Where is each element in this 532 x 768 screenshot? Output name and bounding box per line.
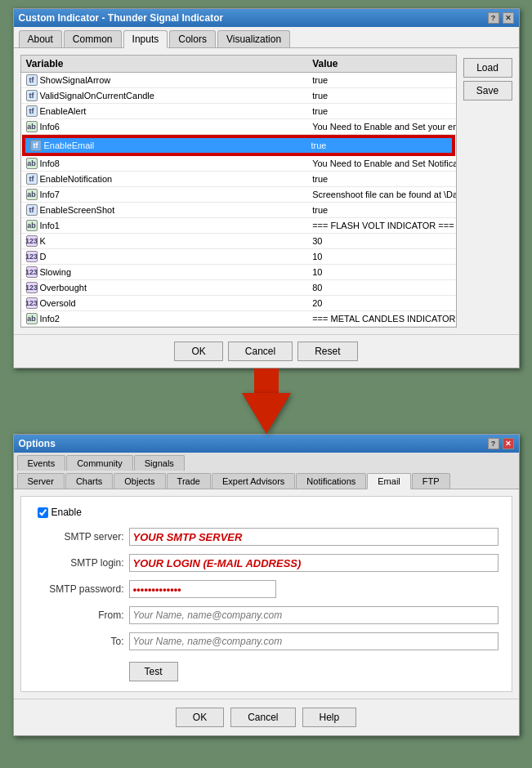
tab-ftp[interactable]: FTP — [412, 473, 450, 489]
bottom-tab-bar: Events Community Signals Server Charts O… — [14, 453, 519, 489]
top-window-content: Variable Value tf ShowSignalArrow true t… — [14, 48, 519, 334]
top-window-controls: ? ✕ — [488, 12, 514, 24]
top-title-bar: Custom Indicator - Thunder Signal Indica… — [14, 9, 519, 27]
enable-checkbox[interactable] — [38, 507, 48, 518]
tab-email[interactable]: Email — [367, 473, 411, 489]
bottom-title-bar: Options ? ✕ — [14, 435, 519, 453]
table-row[interactable]: ab Info1 === FLASH VOLT INDICATOR === — [21, 218, 456, 234]
table-row[interactable]: tf ShowSignalArrow true — [21, 73, 456, 88]
row-variable: tf EnableEmail — [25, 138, 306, 153]
row-variable: ab Info1 — [21, 218, 308, 233]
side-buttons: Load Save — [463, 55, 512, 328]
tab-row-1: Events Community Signals — [14, 453, 519, 471]
to-input[interactable] — [129, 632, 498, 650]
tab-charts[interactable]: Charts — [65, 473, 113, 489]
email-form: Enable SMTP server: SMTP login: SMTP pas… — [20, 496, 512, 692]
row-variable: tf ShowSignalArrow — [21, 73, 308, 87]
down-arrow — [242, 393, 291, 434]
row-value: true — [307, 203, 455, 217]
from-input[interactable] — [129, 606, 498, 624]
table-row[interactable]: tf EnableScreenShot true — [21, 203, 456, 218]
row-icon: 123 — [26, 251, 38, 262]
tab-trade[interactable]: Trade — [167, 473, 211, 489]
table-scroll-area[interactable]: tf ShowSignalArrow true tf ValidSignalOn… — [21, 73, 456, 327]
row-variable: tf EnableAlert — [21, 104, 308, 118]
row-value: You Need to Enable and Set your email fo… — [307, 119, 455, 134]
tab-expert-advisors[interactable]: Expert Advisors — [212, 473, 295, 489]
tab-community[interactable]: Community — [66, 455, 133, 471]
reset-button[interactable]: Reset — [297, 342, 357, 361]
table-row-selected[interactable]: tf EnableEmail true — [24, 136, 454, 154]
table-row[interactable]: tf EnableAlert true — [21, 104, 456, 119]
smtp-login-label: SMTP login: — [34, 557, 124, 569]
enable-label: Enable — [51, 507, 82, 518]
table-row[interactable]: 123 K 30 — [21, 234, 456, 249]
row-value: true — [306, 138, 452, 153]
smtp-password-input[interactable] — [129, 580, 276, 598]
cancel-button[interactable]: Cancel — [228, 342, 293, 361]
row-variable: 123 Overbought — [21, 280, 308, 295]
tab-objects[interactable]: Objects — [114, 473, 165, 489]
row-icon: ab — [26, 121, 38, 132]
col-variable: Variable — [21, 56, 308, 72]
table-row[interactable]: 123 Slowing 10 — [21, 265, 456, 280]
row-icon: 123 — [26, 282, 38, 293]
top-close-btn[interactable]: ✕ — [503, 12, 514, 24]
table-row[interactable]: 123 D 10 — [21, 249, 456, 265]
table-row[interactable]: ab Info8 You Need to Enable and Set Noti… — [21, 156, 456, 172]
table-row[interactable]: tf EnableNotification true — [21, 172, 456, 187]
bottom-close-btn[interactable]: ✕ — [503, 438, 514, 449]
row-variable: ab Info8 — [21, 156, 308, 171]
row-value: Screenshoot file can be found at \Data F… — [307, 187, 455, 202]
bottom-buttons: OK Cancel Help — [14, 699, 519, 735]
smtp-server-row: SMTP server: — [34, 528, 498, 546]
tab-about[interactable]: About — [19, 30, 62, 47]
row-value: 30 — [307, 234, 455, 248]
table-row[interactable]: ab Info7 Screenshoot file can be found a… — [21, 187, 456, 203]
smtp-password-row: SMTP password: — [34, 580, 498, 598]
ok-button-2[interactable]: OK — [176, 708, 224, 727]
table-row[interactable]: tf ValidSignalOnCurrentCandle true — [21, 88, 456, 104]
top-window: Custom Indicator - Thunder Signal Indica… — [13, 8, 520, 368]
tab-events[interactable]: Events — [17, 455, 66, 471]
row-icon: tf — [26, 74, 38, 86]
row-variable: 123 K — [21, 234, 308, 248]
tab-visualization[interactable]: Visualization — [217, 30, 290, 47]
row-icon: tf — [26, 105, 38, 117]
table-row[interactable]: ab Info2 === METAL CANDLES INDICATOR === — [21, 311, 456, 327]
cancel-button-2[interactable]: Cancel — [230, 708, 295, 727]
top-help-btn[interactable]: ? — [488, 12, 499, 24]
load-button[interactable]: Load — [463, 58, 512, 78]
row-value: === FLASH VOLT INDICATOR === — [307, 218, 455, 233]
tab-colors[interactable]: Colors — [169, 30, 216, 47]
row-icon: ab — [26, 313, 38, 324]
row-value: You Need to Enable and Set Notifications… — [307, 156, 455, 171]
row-icon: tf — [30, 140, 42, 151]
smtp-login-input[interactable] — [129, 554, 498, 572]
row-icon: 123 — [26, 235, 38, 247]
smtp-server-label: SMTP server: — [34, 531, 124, 543]
tab-signals[interactable]: Signals — [134, 455, 185, 471]
row-value: 20 — [307, 296, 455, 310]
row-value: true — [307, 172, 455, 186]
table-row[interactable]: 123 Oversold 20 — [21, 296, 456, 311]
inputs-table: Variable Value tf ShowSignalArrow true t… — [20, 55, 457, 328]
table-row[interactable]: 123 Overbought 80 — [21, 280, 456, 296]
row-value: true — [307, 88, 455, 103]
smtp-server-input[interactable] — [129, 528, 498, 546]
row-icon: ab — [26, 220, 38, 231]
save-button[interactable]: Save — [463, 81, 512, 100]
arrow-indicator — [242, 368, 291, 434]
tab-server[interactable]: Server — [17, 473, 65, 489]
top-window-title: Custom Indicator - Thunder Signal Indica… — [19, 12, 224, 24]
from-label: From: — [34, 609, 124, 621]
tab-common[interactable]: Common — [64, 30, 122, 47]
ok-button[interactable]: OK — [174, 342, 222, 361]
test-button[interactable]: Test — [129, 662, 178, 681]
tab-notifications[interactable]: Notifications — [296, 473, 366, 489]
bottom-help-btn[interactable]: ? — [488, 438, 499, 449]
help-button-2[interactable]: Help — [302, 708, 357, 727]
tab-inputs[interactable]: Inputs — [123, 30, 168, 48]
row-value: 80 — [307, 280, 455, 295]
table-row[interactable]: ab Info6 You Need to Enable and Set your… — [21, 119, 456, 135]
